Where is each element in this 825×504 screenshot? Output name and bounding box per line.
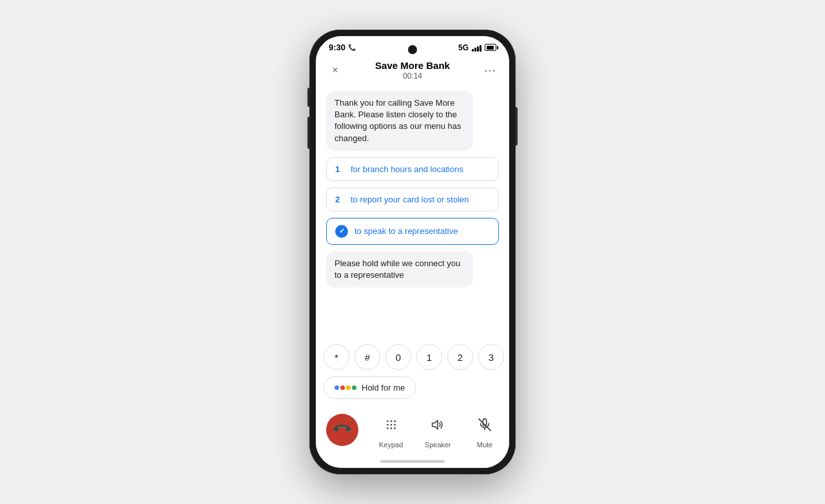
selected-check-icon <box>335 225 348 238</box>
svg-point-4 <box>390 424 392 426</box>
keypad-star[interactable]: * <box>324 344 349 370</box>
caller-name: Save More Bank <box>344 60 481 71</box>
svg-marker-9 <box>432 421 438 429</box>
svg-point-7 <box>390 427 392 429</box>
option-2-number: 2 <box>335 195 344 204</box>
option-1-text: for branch hours and locations <box>351 164 463 174</box>
keypad-0[interactable]: 0 <box>385 344 411 370</box>
mute-control[interactable]: Mute <box>471 411 499 449</box>
phone-screen: 9:30 📞 5G × Save More Bank 00:14 ⋯ <box>316 36 509 468</box>
keypad-2[interactable]: 2 <box>447 344 473 370</box>
status-time: 9:30 📞 <box>329 43 356 52</box>
call-header: × Save More Bank 00:14 ⋯ <box>316 55 509 86</box>
svg-point-1 <box>390 420 392 422</box>
close-button[interactable]: × <box>326 61 344 79</box>
svg-point-3 <box>387 424 389 426</box>
speaker-icon <box>423 411 452 439</box>
status-icons: 5G <box>458 43 496 52</box>
svg-point-8 <box>394 427 396 429</box>
svg-point-6 <box>387 427 389 429</box>
option-1[interactable]: 1 for branch hours and locations <box>326 157 499 181</box>
battery-fill <box>487 46 494 50</box>
keypad-icon <box>377 411 405 439</box>
svg-point-0 <box>387 420 389 422</box>
option-3[interactable]: to speak to a representative <box>326 218 499 245</box>
greeting-bubble: Thank you for calling Save More Bank. Pl… <box>326 91 473 151</box>
hold-message-text: Please hold while we connect you to a re… <box>335 258 460 280</box>
option-3-text: to speak to a representative <box>354 226 458 236</box>
end-call-icon: 📞 <box>331 418 354 441</box>
keypad-scroll: * # 0 1 2 3 <box>316 344 509 375</box>
mute-label: Mute <box>477 441 492 449</box>
keypad-3[interactable]: 3 <box>478 344 504 370</box>
network-text: 5G <box>458 43 469 52</box>
svg-point-2 <box>394 420 396 422</box>
hold-message-bubble: Please hold while we connect you to a re… <box>326 251 473 287</box>
call-controls: 📞 <box>316 405 509 458</box>
more-options-button[interactable]: ⋯ <box>481 61 499 79</box>
volume-down-button <box>307 117 310 149</box>
keypad-label: Keypad <box>379 441 403 449</box>
volume-up-button <box>307 88 310 107</box>
keypad-hash[interactable]: # <box>354 344 380 370</box>
time-text: 9:30 <box>329 43 345 52</box>
call-duration: 00:14 <box>344 72 481 81</box>
option-2[interactable]: 2 to report your card lost or stolen <box>326 188 499 211</box>
call-status-icon: 📞 <box>348 44 356 51</box>
option-1-number: 1 <box>335 164 344 174</box>
keypad-1[interactable]: 1 <box>416 344 442 370</box>
hold-for-me-button[interactable]: Hold for me <box>324 376 416 399</box>
caller-info: Save More Bank 00:14 <box>344 60 481 81</box>
bottom-section: * # 0 1 2 3 Hold for me <box>316 338 509 468</box>
speaker-label: Speaker <box>425 441 451 449</box>
svg-point-5 <box>394 424 396 426</box>
google-assistant-icon <box>335 385 356 390</box>
keypad-control[interactable]: Keypad <box>377 411 405 449</box>
signal-icon <box>472 44 481 52</box>
chat-area: Thank you for calling Save More Bank. Pl… <box>316 86 509 338</box>
end-call-button[interactable]: 📞 <box>326 414 358 446</box>
camera-notch <box>408 45 417 54</box>
speaker-control[interactable]: Speaker <box>423 411 452 449</box>
phone-frame: 9:30 📞 5G × Save More Bank 00:14 ⋯ <box>309 30 516 474</box>
mute-icon <box>471 411 499 439</box>
option-2-text: to report your card lost or stolen <box>351 195 469 204</box>
hold-for-me-label: Hold for me <box>362 383 405 393</box>
home-indicator <box>380 460 445 463</box>
battery-icon <box>485 44 496 51</box>
power-button <box>515 107 518 146</box>
greeting-text: Thank you for calling Save More Bank. Pl… <box>335 98 461 143</box>
